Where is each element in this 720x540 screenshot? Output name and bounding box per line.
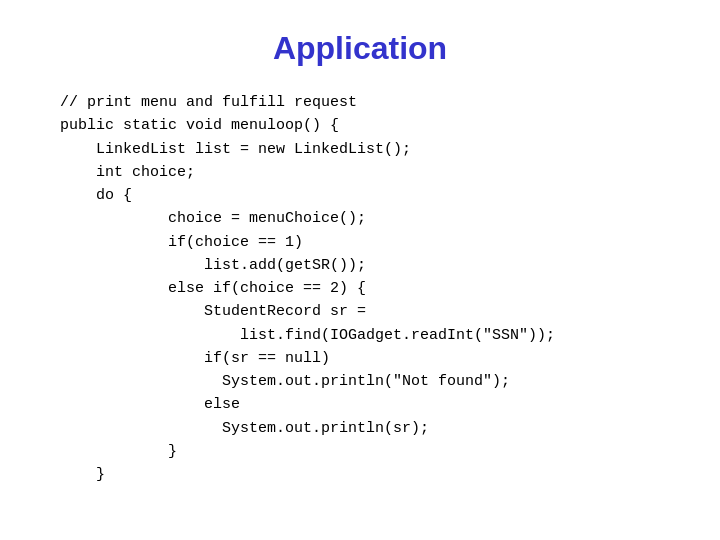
- code-block: // print menu and fulfill request public…: [60, 91, 555, 486]
- page-container: Application // print menu and fulfill re…: [0, 0, 720, 540]
- page-title: Application: [273, 30, 447, 67]
